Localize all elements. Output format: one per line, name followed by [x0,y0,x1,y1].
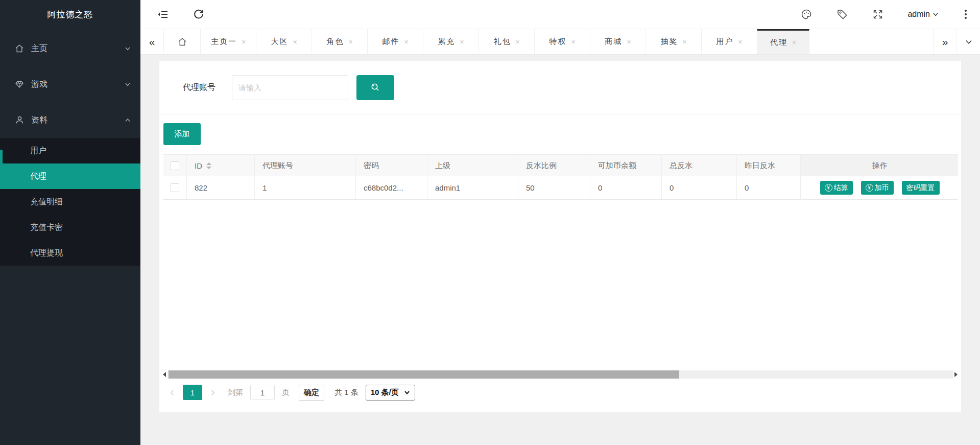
tab-label: 大区 [271,37,288,46]
column-header-id[interactable]: ID [187,155,255,176]
column-label: 总反水 [670,161,692,171]
fullscreen-icon[interactable] [872,8,884,20]
page-size-select[interactable]: 10 条/页 [366,385,415,401]
close-icon[interactable]: × [627,38,631,46]
tab-label: 特权 [549,37,566,46]
sidebar-scrollbar-thumb[interactable] [0,150,3,168]
tab-item[interactable]: 邮件 × [368,29,423,54]
close-icon[interactable]: × [571,38,575,46]
column-label: 代理账号 [262,161,293,171]
submenu-label: 充值卡密 [30,223,63,231]
tab-home[interactable] [164,29,201,54]
goto-label: 到第 [228,388,243,397]
confirm-button[interactable]: 确定 [299,385,324,401]
tab-item[interactable]: 特权 × [535,29,590,54]
row-checkbox[interactable] [171,183,179,192]
settle-button[interactable]: ¥ 结算 [820,181,853,195]
tab-item[interactable]: 累充 × [423,29,479,54]
add-button[interactable]: 添加 [163,123,201,145]
menu-fold-icon[interactable] [157,8,169,20]
tab-label: 代理 [770,38,787,48]
next-page-icon[interactable]: › [206,386,220,399]
header-checkbox-cell [163,155,187,176]
prev-page-icon[interactable]: ‹ [165,386,179,399]
close-icon[interactable]: × [404,38,408,46]
refresh-icon[interactable] [193,8,205,20]
home-icon [14,43,25,54]
close-icon[interactable]: × [792,38,796,46]
goto-page-input[interactable] [250,385,275,400]
scroll-left-icon[interactable] [161,370,168,379]
close-icon[interactable]: × [682,38,686,46]
select-all-checkbox[interactable] [171,161,179,170]
row-checkbox-cell [163,176,187,199]
cell-rebate-ratio: 50 [518,176,590,199]
user-menu[interactable]: admin [907,10,939,19]
tab-label: 累充 [438,37,455,46]
sidebar-item-recharge-card[interactable]: 充值卡密 [0,215,140,240]
sidebar-item-data[interactable]: 资料 [0,102,140,138]
close-icon[interactable]: × [515,38,519,46]
tabbar: « 主页一 × 大区 × 角色 × 邮件 × 累充 × 礼包 × 特权 × 商城… [140,29,980,55]
palette-icon[interactable] [800,8,812,20]
submenu-label: 代理提现 [30,248,63,257]
column-header-password: 密码 [356,155,427,176]
column-header-actions: 操作 [801,155,958,176]
cell-yesterday-rebate: 0 [737,176,801,199]
reset-password-button[interactable]: 密码重置 [902,181,940,195]
tabbar-tools: » [933,29,980,54]
tab-item[interactable]: 用户 × [702,29,757,54]
scrollbar-track[interactable] [168,370,953,379]
home-icon [177,37,187,47]
agent-account-input[interactable] [232,75,348,100]
column-header-addable-balance: 可加币余额 [590,155,662,176]
action-label: 加币 [875,183,889,193]
current-page-button[interactable]: 1 [183,385,202,400]
tab-item[interactable]: 角色 × [312,29,368,54]
sort-icon[interactable] [206,162,211,169]
tab-item[interactable]: 主页一 × [201,29,256,54]
tab-label: 邮件 [382,37,399,46]
sidebar-item-recharge-detail[interactable]: 充值明细 [0,189,140,215]
submenu-label: 充值明细 [30,197,63,206]
cell-account: 1 [255,176,356,199]
chevron-down-icon [932,11,939,18]
search-button[interactable] [356,75,394,100]
user-icon [14,115,25,125]
scroll-right-icon[interactable] [953,370,959,379]
sidebar-item-label: 主页 [31,43,47,54]
tab-item[interactable]: 商城 × [590,29,646,54]
close-icon[interactable]: × [348,38,352,46]
page-size-value: 10 条/页 [371,388,399,397]
cell-parent: admin1 [427,176,518,199]
sidebar-item-game[interactable]: 游戏 [0,66,140,102]
submenu-label: 用户 [30,146,46,155]
agent-table: ID 代理账号 密码 上级 反水比例 可加币余额 总反水 昨日反水 [163,154,958,200]
scrollbar-thumb[interactable] [169,370,679,379]
chevron-down-icon [404,389,410,395]
add-coin-button[interactable]: ¥ 加币 [861,181,894,195]
close-icon[interactable]: × [242,38,246,46]
tab-item[interactable]: 大区 × [256,29,312,54]
content-card: 代理账号 添加 ID 代理账号 密码 [159,61,961,412]
tabs-scroll-right-icon[interactable]: » [933,29,957,54]
sidebar-item-agent-withdraw[interactable]: 代理提现 [0,240,140,266]
sidebar-menu: 主页 游戏 资料 [0,29,140,266]
cell-actions: ¥ 结算 ¥ 加币 密码重置 [801,176,958,199]
close-icon[interactable]: × [738,38,742,46]
tab-item-active[interactable]: 代理 × [757,29,809,54]
sidebar-item-agent[interactable]: 代理 [0,163,140,189]
sidebar-item-users[interactable]: 用户 [0,138,140,163]
close-icon[interactable]: × [460,38,464,46]
tab-item[interactable]: 抽奖 × [646,29,702,54]
coin-icon: ¥ [825,184,832,192]
tag-icon[interactable] [836,8,848,20]
search-section: 代理账号 [159,61,961,114]
column-header-yesterday-rebate: 昨日反水 [737,155,801,176]
sidebar-item-home[interactable]: 主页 [0,31,140,66]
tab-item[interactable]: 礼包 × [479,29,535,54]
more-icon[interactable] [963,8,969,21]
tabs-collapse-icon[interactable] [957,29,980,54]
tabs-scroll-left-icon[interactable]: « [140,29,164,54]
close-icon[interactable]: × [293,38,297,46]
